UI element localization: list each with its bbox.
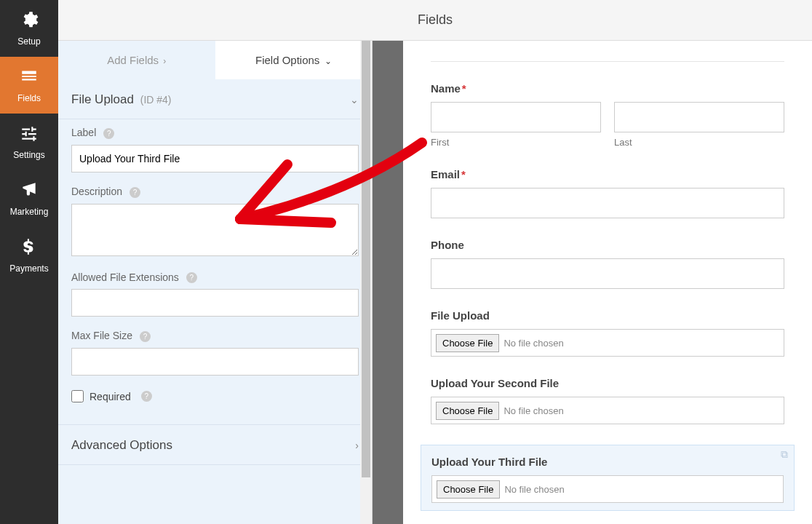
topbar: Fields [58, 0, 812, 41]
last-name-input[interactable] [614, 102, 784, 132]
sliders-icon [20, 124, 39, 146]
label-input[interactable] [71, 145, 359, 172]
sidebar-label: Settings [13, 150, 44, 160]
label-label: Label ? [71, 127, 359, 139]
chevron-right-icon: › [163, 56, 166, 66]
chevron-down-icon: ⌄ [325, 56, 332, 66]
file3-input[interactable]: Choose File No file chosen [431, 475, 784, 503]
bullhorn-icon [20, 180, 39, 202]
preview-file1-field[interactable]: File Upload Choose File No file chosen [431, 309, 784, 357]
allowed-ext-group: Allowed File Extensions ? [58, 264, 372, 323]
left-panel: Add Fields › Field Options ⌄ File Upload… [58, 41, 373, 524]
label-group: Label ? [58, 119, 372, 178]
sidebar-label: Fields [17, 93, 41, 103]
tab-field-options[interactable]: Field Options ⌄ [215, 41, 373, 79]
last-sublabel: Last [614, 137, 784, 148]
first-name-input[interactable] [431, 102, 601, 132]
no-file-text: No file chosen [504, 484, 564, 495]
help-icon[interactable]: ? [186, 272, 197, 283]
required-asterisk: * [462, 82, 466, 95]
duplicate-icon[interactable]: ⧉ [781, 448, 788, 461]
email-label: Email* [431, 168, 784, 180]
field-section-title: File Upload (ID #4) [71, 92, 172, 107]
choose-file-button[interactable]: Choose File [437, 480, 500, 499]
required-row: Required ? [58, 381, 372, 418]
description-label: Description ? [71, 186, 359, 198]
required-label: Required [89, 391, 131, 402]
file2-label: Upload Your Second File [431, 377, 784, 389]
file3-label: Upload Your Third File [431, 456, 784, 468]
first-sublabel: First [431, 137, 601, 148]
chevron-down-icon[interactable]: ⌄ [350, 94, 359, 106]
description-group: Description ? [58, 178, 372, 264]
file1-label: File Upload [431, 309, 784, 322]
form-icon [20, 67, 39, 89]
email-input[interactable] [431, 188, 784, 218]
divider [431, 61, 784, 62]
main: Add Fields › Field Options ⌄ File Upload… [58, 41, 812, 524]
preview-panel: Name* First Last Email* [403, 41, 812, 524]
sidebar-item-setup[interactable]: Setup [0, 0, 58, 57]
chevron-right-icon[interactable]: › [355, 440, 359, 451]
sidebar: Setup Fields Settings Marketing Payments [0, 0, 58, 524]
sidebar-item-fields[interactable]: Fields [0, 57, 58, 114]
help-icon[interactable]: ? [103, 128, 114, 139]
file2-input[interactable]: Choose File No file chosen [431, 397, 784, 424]
preview-file2-field[interactable]: Upload Your Second File Choose File No f… [431, 377, 784, 424]
description-input[interactable] [71, 204, 359, 256]
max-size-input[interactable] [71, 348, 359, 376]
help-icon[interactable]: ? [141, 391, 152, 402]
allowed-ext-label: Allowed File Extensions ? [71, 271, 359, 284]
sidebar-item-marketing[interactable]: Marketing [0, 170, 58, 227]
no-file-text: No file chosen [503, 338, 563, 349]
sidebar-item-payments[interactable]: Payments [0, 227, 58, 284]
dollar-icon [20, 237, 39, 259]
phone-label: Phone [431, 239, 784, 251]
sidebar-label: Payments [9, 263, 48, 274]
scrollbar-thumb[interactable] [362, 41, 370, 477]
required-checkbox[interactable] [71, 390, 84, 402]
preview-email-field[interactable]: Email* [431, 168, 784, 218]
help-icon[interactable]: ? [130, 187, 140, 198]
no-file-text: No file chosen [503, 405, 563, 416]
allowed-ext-input[interactable] [71, 289, 359, 317]
sidebar-item-settings[interactable]: Settings [0, 114, 58, 170]
preview-phone-field[interactable]: Phone [431, 239, 784, 289]
choose-file-button[interactable]: Choose File [436, 402, 499, 420]
sidebar-label: Marketing [10, 207, 49, 217]
panel-divider [373, 41, 403, 524]
options-scrollarea[interactable]: File Upload (ID #4) ⌄ Label ? Descriptio… [58, 79, 372, 524]
sidebar-label: Setup [17, 36, 40, 47]
choose-file-button[interactable]: Choose File [436, 334, 499, 352]
max-size-group: Max File Size ? [58, 322, 372, 381]
advanced-title: Advanced Options [71, 438, 172, 453]
page-title: Fields [418, 12, 453, 28]
preview-file3-field[interactable]: ⧉ Upload Your Third File Choose File No … [421, 445, 795, 511]
tabs: Add Fields › Field Options ⌄ [58, 41, 372, 79]
preview-name-field[interactable]: Name* First Last [431, 82, 784, 148]
name-label: Name* [431, 82, 784, 95]
tab-add-fields[interactable]: Add Fields › [58, 41, 215, 79]
file1-input[interactable]: Choose File No file chosen [431, 329, 784, 357]
content: Fields Add Fields › Field Options ⌄ File… [58, 0, 812, 524]
scrollbar[interactable] [360, 41, 372, 524]
advanced-header[interactable]: Advanced Options › [58, 424, 372, 465]
field-section-header[interactable]: File Upload (ID #4) ⌄ [58, 79, 372, 119]
help-icon[interactable]: ? [140, 331, 151, 342]
gear-icon [20, 10, 39, 32]
required-asterisk: * [461, 168, 466, 180]
max-size-label: Max File Size ? [71, 330, 359, 342]
phone-input[interactable] [431, 258, 784, 289]
